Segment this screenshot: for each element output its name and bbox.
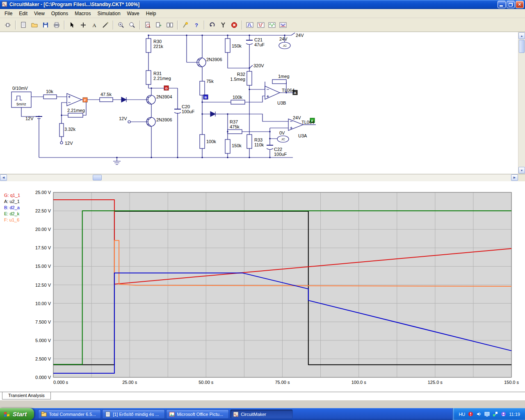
- tray-display-icon[interactable]: [484, 411, 490, 417]
- resistor-r37[interactable]: [228, 130, 242, 134]
- resistor-47-5k[interactable]: [100, 98, 113, 102]
- resistor-3-32k[interactable]: [59, 123, 64, 137]
- diode-d2[interactable]: [210, 112, 215, 116]
- svg-text:1.5meg: 1.5meg: [230, 77, 245, 82]
- scroll-down-button[interactable]: ▼: [518, 167, 525, 173]
- capacitor-c21[interactable]: [246, 40, 253, 45]
- tray-volume-icon[interactable]: [476, 411, 482, 417]
- language-indicator[interactable]: HU: [459, 412, 465, 417]
- opamp-u3b[interactable]: [265, 86, 280, 99]
- menu-options[interactable]: Options: [48, 9, 71, 18]
- find-button[interactable]: [142, 20, 153, 30]
- schematic-canvas[interactable]: F G B A E 0/10mV 5mHz 10k 47.5k 2.21meg …: [0, 32, 525, 174]
- minimize-icon: [500, 5, 503, 7]
- menu-wave[interactable]: Wave: [124, 9, 143, 18]
- menu-file[interactable]: File: [1, 9, 16, 18]
- new-button[interactable]: [18, 20, 28, 30]
- resistor-75k[interactable]: [200, 81, 205, 95]
- minimize-button[interactable]: [498, 1, 506, 8]
- resistor-10k[interactable]: [43, 95, 57, 99]
- svg-text:150k: 150k: [232, 43, 242, 48]
- place-part-button[interactable]: [78, 20, 88, 30]
- scroll-right-button[interactable]: ▶: [511, 174, 518, 181]
- probe-g[interactable]: G: [164, 86, 169, 90]
- diode-d1[interactable]: [121, 97, 126, 102]
- start-button[interactable]: Start: [0, 408, 34, 420]
- text-tool-icon: A: [91, 22, 98, 28]
- resistor-150k-low[interactable]: [225, 139, 230, 153]
- probe-tool-button[interactable]: [218, 20, 228, 30]
- resistor-100k-low[interactable]: [200, 135, 205, 148]
- split-view-button[interactable]: [164, 20, 175, 30]
- capacitor-c20[interactable]: [174, 109, 181, 114]
- device-select-button[interactable]: [2, 20, 13, 30]
- restore-button[interactable]: [507, 1, 515, 8]
- menu-simulation[interactable]: Simulation: [94, 9, 124, 18]
- opamp-u1[interactable]: [67, 94, 82, 106]
- resistor-r32[interactable]: [247, 71, 252, 85]
- resistor-2-21meg[interactable]: [68, 113, 83, 117]
- close-button[interactable]: ×: [516, 1, 524, 8]
- stop-button[interactable]: [229, 20, 239, 30]
- run-simulation-button[interactable]: [180, 20, 190, 30]
- resistor-1meg[interactable]: [272, 80, 286, 84]
- opamp-u3a[interactable]: [288, 119, 303, 130]
- help-button[interactable]: ?: [191, 20, 201, 30]
- menu-macros[interactable]: Macros: [71, 9, 94, 18]
- task-circuitmaker[interactable]: CircuitMaker: [230, 409, 293, 419]
- svg-text:TL064: TL064: [301, 120, 314, 125]
- legend-item-u1-6[interactable]: F: u1_6: [4, 217, 20, 223]
- digital-wave-button-3[interactable]: [267, 20, 277, 30]
- schematic-vertical-scrollbar[interactable]: ▲ ▼: [518, 32, 525, 174]
- open-button[interactable]: [29, 20, 39, 30]
- legend-item-q1-1[interactable]: G: q1_1: [4, 192, 20, 199]
- toolbar-separator: [113, 21, 113, 30]
- probe-b[interactable]: B: [203, 95, 208, 99]
- zoom-button[interactable]: [127, 20, 137, 30]
- menu-edit[interactable]: Edit: [16, 9, 31, 18]
- resistor-r31[interactable]: [146, 71, 151, 84]
- netlist-button[interactable]: [153, 20, 164, 30]
- print-button[interactable]: [51, 20, 62, 30]
- scroll-up-button[interactable]: ▲: [518, 32, 525, 39]
- task-total-commander[interactable]: Total Commander 6.5...: [38, 409, 101, 419]
- menu-view[interactable]: View: [31, 9, 48, 18]
- zoom-in-button[interactable]: [116, 20, 126, 30]
- title-bar[interactable]: CircuitMaker - [C:\Program Files\...\Sta…: [0, 0, 525, 9]
- app-icon: [2, 1, 7, 8]
- probe-f[interactable]: F: [83, 98, 87, 102]
- cursor-tool-button[interactable]: [67, 20, 77, 30]
- digital-wave-button-2[interactable]: [256, 20, 266, 30]
- tab-transient-analysis[interactable]: Transient Analysis: [2, 392, 51, 399]
- digital-wave-button-1[interactable]: [244, 20, 255, 30]
- scroll-left-button[interactable]: ◀: [0, 174, 7, 181]
- task-office-picture-manager[interactable]: Microsoft Office Pictu...: [166, 409, 229, 419]
- legend-item-d2-k[interactable]: E: d2_k: [4, 211, 20, 217]
- waveform-plot[interactable]: 25.00 V22.50 V20.00 V17.50 V15.00 V12.50…: [0, 181, 525, 392]
- menu-help[interactable]: Help: [143, 9, 160, 18]
- schematic-horizontal-scrollbar[interactable]: ◀ ▶: [0, 174, 525, 181]
- capacitor-c22[interactable]: [267, 145, 273, 150]
- resistor-100k-mid[interactable]: [231, 100, 245, 104]
- schematic-svg[interactable]: F G B A E 0/10mV 5mHz 10k 47.5k 2.21meg …: [0, 32, 518, 174]
- terminal-12v-node[interactable]: [128, 121, 130, 123]
- text-tool-button[interactable]: A: [89, 20, 99, 30]
- legend-item-d2-a[interactable]: B: d2_a: [4, 205, 20, 211]
- save-button[interactable]: [40, 20, 50, 30]
- tray-network-icon[interactable]: [493, 411, 498, 417]
- wire-tool-button[interactable]: [100, 20, 110, 30]
- horizontal-scroll-thumb[interactable]: [93, 175, 102, 180]
- legend-item-u2-1[interactable]: A: u2_1: [4, 199, 20, 205]
- resistor-150k-top[interactable]: [225, 39, 230, 52]
- task-document[interactable]: [1] Erősítő mindig és ...: [102, 409, 165, 419]
- taskbar-tasks: Total Commander 6.5... [1] Erősítő mindi…: [38, 409, 452, 419]
- digital-wave-button-4[interactable]: [278, 20, 288, 30]
- resistor-r30[interactable]: [146, 39, 151, 52]
- tray-alert-icon[interactable]: [468, 411, 473, 417]
- vertical-scroll-thumb[interactable]: [519, 40, 525, 53]
- terminal-12v-supply[interactable]: [60, 142, 63, 144]
- reset-button[interactable]: [207, 20, 217, 30]
- resistor-r33[interactable]: [247, 135, 252, 148]
- tray-messenger-icon[interactable]: [501, 411, 506, 417]
- svg-text:320V: 320V: [253, 63, 264, 68]
